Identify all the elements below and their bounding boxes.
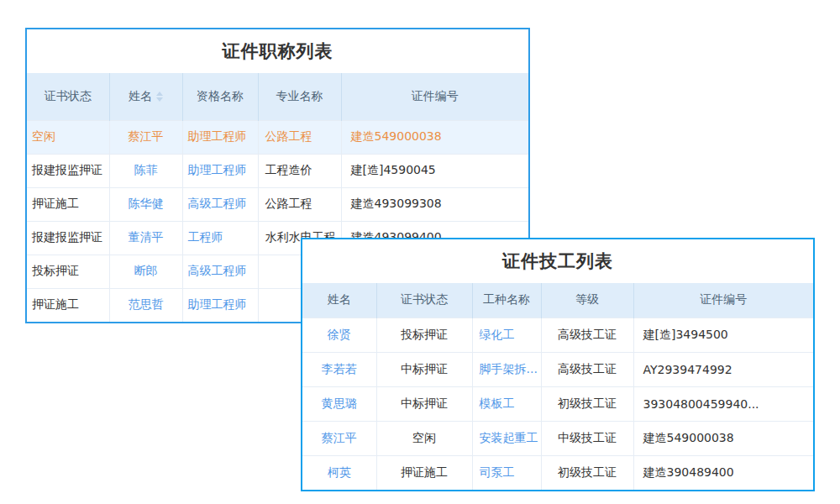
technician-certificates-table: 姓名 证书状态 工种名称 等级 证件编号 徐贤 投标押证 绿化工 高级技工证 建…	[302, 283, 813, 490]
cell-cert-no: 建造549000038	[633, 421, 813, 455]
cell-name-link[interactable]: 徐贤	[302, 318, 376, 352]
col-header-level: 等级	[541, 283, 633, 318]
cell-qualification-link[interactable]: 工程师	[182, 221, 258, 255]
cell-status: 空闲	[27, 120, 109, 154]
col-header-status: 证书状态	[376, 283, 472, 318]
cell-name-link[interactable]: 断郎	[109, 255, 182, 288]
cell-level: 初级技工证	[541, 386, 633, 421]
cell-status: 报建报监押证	[27, 221, 109, 255]
cell-cert-no: 建造549000038	[341, 120, 528, 154]
panel-title: 证件技工列表	[302, 239, 813, 283]
table-row[interactable]: 徐贤 投标押证 绿化工 高级技工证 建[造]3494500	[302, 318, 813, 352]
cell-status: 空闲	[376, 421, 472, 455]
col-header-major: 专业名称	[258, 73, 341, 120]
cell-qualification-link[interactable]: 高级工程师	[182, 187, 258, 221]
technician-certificates-panel: 证件技工列表 姓名 证书状态 工种名称 等级 证件编号 徐贤 投标押证	[301, 238, 815, 491]
cell-work-type-link[interactable]: 脚手架拆...	[472, 352, 541, 386]
cell-major: 公路工程	[258, 187, 341, 221]
cell-work-type-link[interactable]: 安装起重工	[472, 421, 541, 455]
panel-title: 证件职称列表	[27, 29, 528, 73]
table-row[interactable]: 柯英 押证施工 司泵工 初级技工证 建造390489400	[302, 455, 813, 490]
cell-qualification-link[interactable]: 助理工程师	[182, 288, 258, 322]
cell-qualification-link[interactable]: 助理工程师	[182, 154, 258, 187]
cell-cert-no: 建[造]4590045	[341, 154, 528, 187]
cell-status: 中标押证	[376, 386, 472, 421]
cell-name-link[interactable]: 蔡江平	[302, 421, 376, 455]
cell-cert-no: AY2939474992	[633, 352, 813, 386]
cell-cert-no: 建[造]3494500	[633, 318, 813, 352]
cell-work-type-link[interactable]: 模板工	[472, 386, 541, 421]
table-row[interactable]: 李若若 中标押证 脚手架拆... 高级技工证 AY2939474992	[302, 352, 813, 386]
cell-status: 押证施工	[27, 288, 109, 322]
cell-status: 投标押证	[376, 318, 472, 352]
cell-status: 押证施工	[27, 187, 109, 221]
cell-name-link[interactable]: 董清平	[109, 221, 182, 255]
cell-status: 押证施工	[376, 455, 472, 490]
cell-name-link[interactable]: 柯英	[302, 455, 376, 490]
table-header-row: 姓名 证书状态 工种名称 等级 证件编号	[302, 283, 813, 318]
page: 证件职称列表 证书状态 姓名 资格名称 专业名称 证件编号 空闲 蔡江平	[0, 0, 840, 504]
table-row[interactable]: 蔡江平 空闲 安装起重工 中级技工证 建造549000038	[302, 421, 813, 455]
cell-work-type-link[interactable]: 绿化工	[472, 318, 541, 352]
cell-major: 工程造价	[258, 154, 341, 187]
cell-name-link[interactable]: 李若若	[302, 352, 376, 386]
table-row[interactable]: 黄思璐 中标押证 模板工 初级技工证 39304800459940...	[302, 386, 813, 421]
col-header-name: 姓名	[302, 283, 376, 318]
col-header-name[interactable]: 姓名	[109, 73, 182, 120]
cell-name-link[interactable]: 陈菲	[109, 154, 182, 187]
col-header-cert-no: 证件编号	[633, 283, 813, 318]
cell-cert-no: 建造493099308	[341, 187, 528, 221]
cell-level: 初级技工证	[541, 455, 633, 490]
cell-level: 高级技工证	[541, 352, 633, 386]
col-header-status: 证书状态	[27, 73, 109, 120]
cell-status: 投标押证	[27, 255, 109, 288]
table-header-row: 证书状态 姓名 资格名称 专业名称 证件编号	[27, 73, 528, 120]
cell-cert-no: 建造390489400	[633, 455, 813, 490]
cell-name-link[interactable]: 范思哲	[109, 288, 182, 322]
cell-status: 报建报监押证	[27, 154, 109, 187]
cell-status: 中标押证	[376, 352, 472, 386]
cell-qualification-link[interactable]: 助理工程师	[182, 120, 258, 154]
cell-work-type-link[interactable]: 司泵工	[472, 455, 541, 490]
col-header-qualification: 资格名称	[182, 73, 258, 120]
cell-level: 中级技工证	[541, 421, 633, 455]
table-row[interactable]: 押证施工 陈华健 高级工程师 公路工程 建造493099308	[27, 187, 528, 221]
cell-cert-no: 39304800459940...	[633, 386, 813, 421]
col-header-cert-no: 证件编号	[341, 73, 528, 120]
table-row[interactable]: 空闲 蔡江平 助理工程师 公路工程 建造549000038	[27, 120, 528, 154]
cell-major: 公路工程	[258, 120, 341, 154]
table-row[interactable]: 报建报监押证 陈菲 助理工程师 工程造价 建[造]4590045	[27, 154, 528, 187]
cell-level: 高级技工证	[541, 318, 633, 352]
cell-name-link[interactable]: 黄思璐	[302, 386, 376, 421]
cell-qualification-link[interactable]: 高级工程师	[182, 255, 258, 288]
col-header-work-type: 工种名称	[472, 283, 541, 318]
cell-name-link[interactable]: 陈华健	[109, 187, 182, 221]
sort-icon[interactable]	[156, 92, 163, 102]
cell-name-link[interactable]: 蔡江平	[109, 120, 182, 154]
